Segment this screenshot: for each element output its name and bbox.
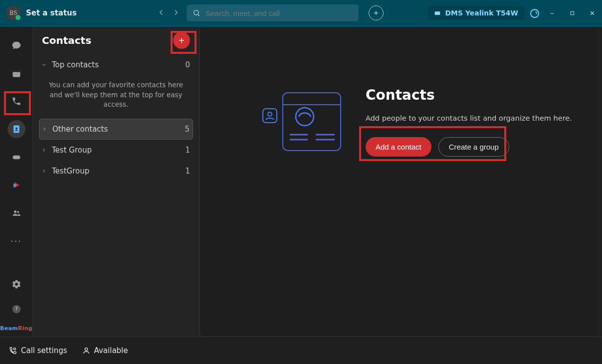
device-label: DMS Yealink T54W — [445, 9, 518, 17]
rail-people[interactable] — [7, 204, 25, 222]
presence-label: Available — [94, 346, 128, 355]
rail-settings[interactable] — [7, 275, 25, 293]
plus-icon — [373, 9, 380, 16]
group-name: TestGroup — [52, 167, 185, 176]
new-item-button[interactable] — [369, 5, 384, 20]
svg-point-24 — [296, 108, 314, 126]
avatar[interactable]: BS — [6, 5, 21, 20]
group-test-group-2[interactable]: TestGroup 1 — [33, 161, 199, 182]
create-group-button[interactable]: Create a group — [438, 137, 509, 157]
add-contact-primary-button[interactable]: Add a contact — [366, 137, 431, 157]
search-icon — [193, 9, 201, 17]
group-name: Test Group — [52, 146, 185, 155]
title-bar: BS Set a status DMS Yealink T54W — [0, 0, 602, 26]
group-top-contacts[interactable]: Top contacts 0 — [33, 54, 199, 75]
chevron-down-icon — [40, 62, 48, 68]
svg-line-1 — [198, 14, 200, 16]
bottom-bar: Call settings Available — [0, 337, 602, 364]
svg-point-16 — [14, 210, 16, 213]
nav-arrows — [157, 8, 182, 18]
call-settings-icon — [9, 347, 17, 355]
rail-calendar[interactable] — [7, 64, 25, 82]
rail-help[interactable]: ? — [7, 300, 25, 318]
group-name: Other contacts — [52, 125, 185, 134]
search-input[interactable] — [205, 9, 353, 17]
rail-chat[interactable] — [7, 36, 25, 54]
chevron-right-icon — [40, 147, 48, 153]
contacts-header: Contacts — [33, 26, 199, 54]
button-row: Add a contact Create a group — [366, 137, 572, 157]
svg-point-31 — [13, 348, 15, 350]
rail-voicemail[interactable] — [7, 148, 25, 166]
rail-more[interactable]: ··· — [7, 232, 25, 250]
minimize-button[interactable] — [542, 0, 562, 26]
rail-media[interactable] — [7, 176, 25, 194]
left-rail: ··· ? BeamRing — [0, 26, 32, 337]
svg-point-30 — [268, 112, 272, 116]
svg-rect-13 — [12, 156, 20, 160]
window-controls — [542, 0, 602, 26]
group-name: Top contacts — [52, 60, 185, 69]
top-contacts-hint: You can add your favorite contacts here … — [33, 75, 199, 119]
group-count: 0 — [185, 60, 190, 69]
main-panel: Contacts Add people to your contacts lis… — [200, 26, 599, 337]
svg-point-32 — [85, 348, 87, 351]
svg-rect-4 — [435, 11, 440, 15]
device-icon — [434, 9, 441, 16]
nav-back-icon[interactable] — [157, 8, 167, 18]
group-count: 1 — [185, 167, 190, 176]
close-button[interactable] — [582, 0, 602, 26]
nav-forward-icon[interactable] — [172, 8, 182, 18]
call-settings-label: Call settings — [21, 346, 67, 355]
chevron-right-icon — [40, 168, 48, 174]
rail-calls[interactable] — [7, 92, 25, 110]
avatar-initials: BS — [9, 9, 17, 16]
contacts-pane: Contacts Top contacts 0 You can add your… — [32, 26, 200, 337]
set-status-link[interactable]: Set a status — [26, 8, 77, 17]
main-heading: Contacts — [366, 87, 572, 103]
device-pill[interactable]: DMS Yealink T54W — [428, 6, 524, 20]
maximize-button[interactable] — [562, 0, 582, 26]
group-count: 1 — [185, 146, 190, 155]
svg-point-17 — [17, 211, 19, 213]
contacts-illustration — [260, 87, 346, 157]
svg-point-0 — [194, 10, 198, 15]
chevron-right-icon — [40, 126, 48, 132]
svg-point-12 — [15, 127, 17, 129]
main-subtext: Add people to your contacts list and org… — [366, 114, 572, 122]
brand-text: BeamRing — [0, 325, 32, 332]
contacts-title: Contacts — [42, 34, 91, 46]
svg-rect-10 — [12, 70, 20, 72]
call-settings-link[interactable]: Call settings — [9, 346, 67, 355]
group-test-group-1[interactable]: Test Group 1 — [33, 140, 199, 161]
search-box[interactable] — [187, 4, 359, 21]
group-count: 5 — [185, 125, 190, 134]
main-text: Contacts Add people to your contacts lis… — [366, 87, 572, 157]
group-other-contacts[interactable]: Other contacts 5 — [39, 119, 193, 140]
presence-icon — [82, 347, 90, 355]
rail-contacts[interactable] — [7, 120, 25, 138]
plus-icon — [178, 36, 186, 44]
tenant-icon[interactable] — [529, 7, 541, 19]
svg-text:?: ? — [15, 306, 17, 312]
svg-rect-6 — [571, 11, 574, 14]
presence-link[interactable]: Available — [82, 346, 128, 355]
add-contact-button[interactable] — [173, 32, 190, 49]
